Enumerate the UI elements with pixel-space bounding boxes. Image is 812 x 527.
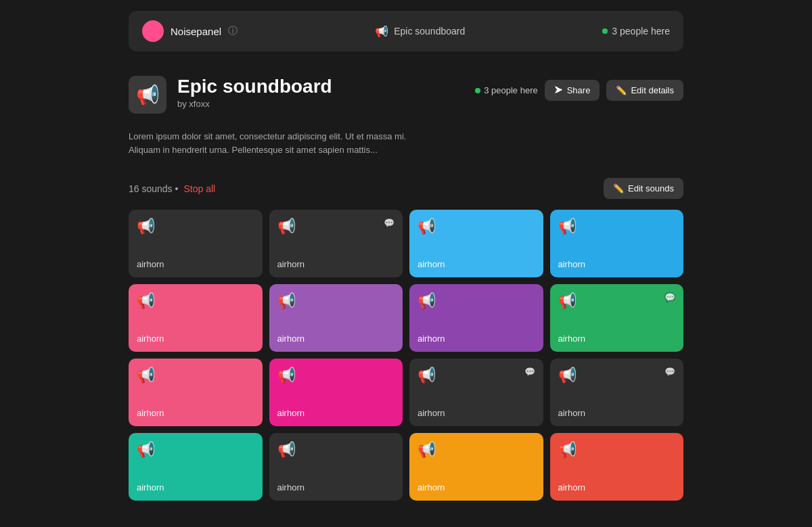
avatar [142,20,164,42]
topbar-soundboard-name: Epic soundboard [394,26,465,37]
card-label: airhorn [137,408,254,418]
card-label: airhorn [558,408,676,418]
card-label: airhorn [418,334,535,344]
bubble-icon: 💬 [664,292,675,302]
sound-card[interactable]: 📢airhorn [129,433,263,501]
sound-grid: 📢airhorn📢💬airhorn📢airhorn📢airhorn📢airhor… [129,210,683,501]
sound-card[interactable]: 📢airhorn [129,210,263,277]
sb-title-block: Epic soundboard by xfoxx [177,76,332,109]
megaphone-icon: 📢 [137,441,155,459]
card-label: airhorn [418,259,535,269]
soundboard-icon-box: 📢 [129,76,166,114]
megaphone-icon: 📢 [137,367,155,384]
header-people-count: 3 people here [484,85,538,95]
megaphone-icon: 📢 [418,218,436,235]
share-button[interactable]: ⮞ Share [545,80,600,101]
topbar: Noisepanel ⓘ 📢 Epic soundboard 3 people … [129,11,683,51]
sound-card[interactable]: 📢airhorn [409,210,543,277]
soundboard-description: Lorem ipsum dolor sit amet, consectetur … [129,130,413,156]
sound-card[interactable]: 📢airhorn [409,433,543,501]
bubble-icon: 💬 [664,367,675,377]
sound-card[interactable]: 📢airhorn [550,210,684,277]
card-label: airhorn [418,408,535,418]
card-label: airhorn [137,482,254,492]
megaphone-icon: 📢 [558,441,577,459]
soundboard-author: by xfoxx [177,99,332,109]
app-name: Noisepanel [171,26,221,37]
soundboard-header: 📢 Epic soundboard by xfoxx 3 people here… [129,76,683,114]
sounds-count: 16 sounds [129,183,173,194]
card-top: 📢 [558,218,676,235]
card-top: 📢💬 [277,218,395,235]
card-label: airhorn [558,482,676,492]
sound-card[interactable]: 📢airhorn [129,284,263,352]
sound-card[interactable]: 📢airhorn [269,433,403,501]
card-label: airhorn [137,259,254,269]
edit-details-label: Edit details [631,85,674,95]
megaphone-icon: 📢 [277,441,296,459]
card-label: airhorn [137,334,254,344]
sound-card[interactable]: 📢airhorn [129,359,263,426]
card-label: airhorn [277,482,395,492]
megaphone-icon: 📢 [277,292,296,310]
sound-card[interactable]: 📢💬airhorn [550,359,684,426]
megaphone-icon: 📢 [418,292,436,310]
share-label: Share [567,85,591,95]
bullet: • [175,183,179,194]
main-content: 📢 Epic soundboard by xfoxx 3 people here… [129,62,683,514]
card-label: airhorn [558,334,676,344]
info-icon[interactable]: ⓘ [228,25,238,37]
online-dot-header [475,88,480,93]
sb-header-left: 📢 Epic soundboard by xfoxx [129,76,332,114]
megaphone-icon: 📢 [277,367,296,384]
card-label: airhorn [418,482,535,492]
flag-icon: 📢 [375,25,388,38]
sound-card[interactable]: 📢airhorn [409,284,543,352]
bubble-icon: 💬 [384,218,394,228]
edit-sounds-icon: ✏️ [613,183,624,193]
edit-sounds-button[interactable]: ✏️ Edit sounds [604,178,683,199]
megaphone-icon: 📢 [418,441,436,459]
megaphone-icon: 📢 [558,218,577,235]
card-top: 📢💬 [558,292,676,310]
online-dot [602,28,608,34]
card-top: 📢 [277,441,395,459]
card-top: 📢💬 [418,367,535,384]
card-top: 📢 [418,441,535,459]
megaphone-icon: 📢 [137,292,155,310]
share-icon: ⮞ [554,85,563,95]
topbar-right: 3 people here [602,26,670,37]
megaphone-icon: 📢 [558,292,577,310]
sb-header-right: 3 people here ⮞ Share ✏️ Edit details [475,80,683,101]
edit-details-button[interactable]: ✏️ Edit details [606,80,683,101]
sound-card[interactable]: 📢💬airhorn [409,359,543,426]
megaphone-icon: 📢 [558,367,577,384]
soundboard-title: Epic soundboard [177,76,332,97]
sound-card[interactable]: 📢💬airhorn [550,284,684,352]
card-top: 📢 [418,292,535,310]
card-top: 📢💬 [558,367,676,384]
megaphone-icon: 📢 [418,367,436,384]
sound-card[interactable]: 📢airhorn [550,433,684,501]
stop-all-button[interactable]: Stop all [184,183,216,194]
card-top: 📢 [137,367,254,384]
card-top: 📢 [137,441,254,459]
topbar-people-count: 3 people here [612,26,670,37]
topbar-left: Noisepanel ⓘ [142,20,238,42]
card-top: 📢 [418,218,535,235]
card-top: 📢 [137,218,254,235]
controls-bar: 16 sounds • Stop all ✏️ Edit sounds [129,178,683,199]
topbar-center: 📢 Epic soundboard [375,25,465,38]
sound-card[interactable]: 📢💬airhorn [269,210,403,277]
bubble-icon: 💬 [524,367,535,377]
card-top: 📢 [277,367,395,384]
megaphone-icon: 📢 [137,218,155,235]
card-label: airhorn [558,259,676,269]
megaphone-icon: 📢 [277,218,296,235]
sound-card[interactable]: 📢airhorn [269,359,403,426]
card-label: airhorn [277,334,395,344]
card-top: 📢 [277,292,395,310]
controls-left: 16 sounds • Stop all [129,183,215,194]
edit-sounds-label: Edit sounds [628,183,674,193]
sound-card[interactable]: 📢airhorn [269,284,403,352]
